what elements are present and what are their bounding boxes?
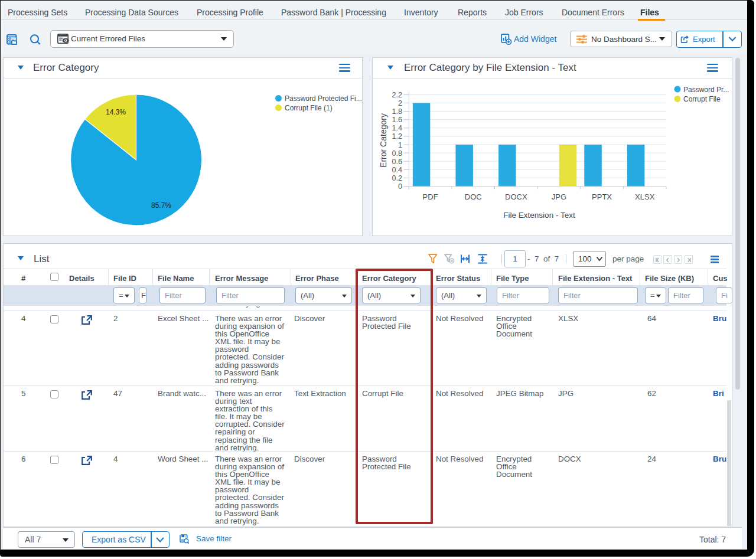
svg-text:2: 2 [398, 99, 402, 107]
svg-text:DOCX: DOCX [505, 192, 527, 201]
svg-text:0.2: 0.2 [392, 174, 402, 182]
svg-text:0: 0 [398, 182, 402, 191]
svg-text:2.2: 2.2 [392, 91, 402, 99]
svg-text:Corrupt File: Corrupt File [683, 95, 721, 103]
svg-text:DOC: DOC [465, 192, 482, 201]
svg-text:1.2: 1.2 [392, 132, 402, 140]
svg-text:0.6: 0.6 [392, 158, 402, 166]
svg-text:1.8: 1.8 [392, 107, 402, 116]
svg-text:85.7%: 85.7% [151, 201, 171, 210]
svg-text:Corrupt File (1): Corrupt File (1) [285, 104, 333, 112]
svg-text:1.6: 1.6 [392, 116, 402, 124]
svg-text:File Extension - Text: File Extension - Text [503, 211, 575, 220]
svg-text:XLSX: XLSX [635, 192, 655, 201]
svg-text:0.4: 0.4 [392, 166, 402, 174]
svg-text:1.4: 1.4 [392, 124, 402, 132]
svg-text:Password Protected Fi...: Password Protected Fi... [285, 94, 362, 103]
svg-text:14.3%: 14.3% [106, 108, 126, 116]
svg-text:JPG: JPG [552, 192, 566, 201]
svg-text:PPTX: PPTX [592, 192, 612, 201]
svg-text:Error Category: Error Category [379, 113, 388, 168]
svg-text:Password Pr...: Password Pr... [683, 86, 729, 94]
svg-text:PDF: PDF [423, 192, 438, 201]
svg-text:0.8: 0.8 [392, 149, 402, 158]
svg-text:1: 1 [398, 141, 402, 149]
